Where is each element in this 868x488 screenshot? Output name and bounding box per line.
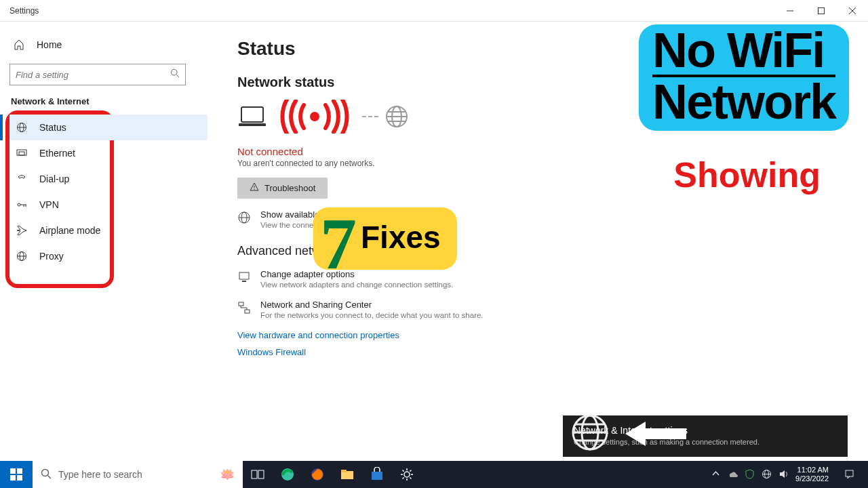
sharing-center-row[interactable]: Network and Sharing Center For the netwo…: [237, 300, 841, 319]
troubleshoot-button[interactable]: Troubleshoot: [237, 178, 328, 199]
svg-line-61: [403, 477, 404, 479]
hardware-link[interactable]: View hardware and connection properties: [237, 330, 841, 340]
svg-rect-31: [239, 272, 249, 279]
troubleshoot-label: Troubleshoot: [264, 183, 315, 193]
tray-network-icon[interactable]: [762, 469, 772, 481]
sidebar-home-label: Home: [37, 39, 62, 50]
svg-point-54: [404, 472, 410, 477]
task-view-button[interactable]: [243, 461, 273, 488]
airplane-icon: [16, 225, 27, 236]
adapter-icon: [237, 270, 251, 287]
close-button[interactable]: [837, 0, 868, 22]
wifi-signal-icon: [274, 100, 355, 134]
settings-sidebar: Home Network & Internet Status Ethernet …: [0, 22, 217, 461]
window-title: Settings: [9, 6, 39, 16]
sidebar-item-status[interactable]: Status: [9, 115, 208, 140]
svg-line-5: [176, 75, 179, 77]
globe-icon: [237, 211, 251, 227]
svg-point-27: [254, 188, 254, 189]
sidebar-item-ethernet[interactable]: Ethernet: [9, 140, 208, 166]
taskbar-app-firefox[interactable]: [302, 461, 332, 488]
taskbar-app-settings[interactable]: [392, 461, 422, 488]
sidebar-search[interactable]: [9, 64, 186, 85]
vpn-icon: [16, 199, 27, 210]
tray-chevron-icon[interactable]: [711, 469, 721, 481]
sidebar-home[interactable]: Home: [9, 34, 208, 56]
svg-rect-43: [10, 475, 16, 481]
sidebar-item-label: Ethernet: [39, 148, 75, 159]
sidebar-item-label: Dial-up: [39, 174, 69, 184]
sidebar-section-title: Network & Internet: [11, 96, 208, 106]
taskbar-search[interactable]: Type here to search 🪷: [33, 461, 243, 488]
sidebar-item-dialup[interactable]: Dial-up: [9, 166, 208, 192]
adapter-title: Change adapter options: [260, 269, 453, 279]
svg-marker-40: [625, 422, 686, 446]
svg-rect-66: [846, 470, 853, 476]
tray-notifications-icon[interactable]: [835, 469, 863, 481]
maximize-button[interactable]: [806, 0, 837, 22]
sidebar-item-label: VPN: [39, 199, 59, 210]
svg-rect-34: [245, 310, 250, 313]
tray-volume-icon[interactable]: [778, 469, 789, 481]
warning-icon: [250, 182, 259, 194]
svg-rect-32: [242, 281, 246, 282]
flyout-desc: Change settings, such as making a connec…: [574, 438, 837, 446]
taskbar: Type here to search 🪷 11:02 AM 9/23/2022: [0, 461, 868, 488]
tray-date: 9/23/2022: [795, 474, 829, 483]
flyout-title: Network & Internet settings: [574, 425, 837, 436]
svg-point-45: [42, 469, 49, 476]
svg-rect-52: [341, 470, 347, 472]
globe-icon: [385, 105, 408, 128]
svg-rect-44: [17, 475, 22, 481]
svg-line-46: [48, 475, 52, 479]
window-titlebar: Settings: [0, 0, 868, 22]
svg-rect-1: [818, 7, 825, 14]
svg-rect-18: [241, 107, 263, 122]
sidebar-item-proxy[interactable]: Proxy: [9, 243, 208, 269]
sidebar-item-vpn[interactable]: VPN: [9, 192, 208, 218]
svg-line-59: [403, 470, 404, 472]
sidebar-nav: Status Ethernet Dial-up VPN Airplane mod…: [9, 115, 208, 269]
tray-security-icon[interactable]: [745, 469, 755, 481]
sidebar-item-airplane[interactable]: Airplane mode: [9, 218, 208, 243]
overlay-title-badge: No WiFi Network: [639, 24, 849, 131]
sidebar-item-label: Status: [39, 122, 66, 133]
ethernet-icon: [16, 148, 27, 159]
search-icon: [41, 468, 52, 481]
tray-time: 11:02 AM: [795, 466, 829, 474]
tray-clock[interactable]: 11:02 AM 9/23/2022: [795, 466, 829, 483]
taskbar-app-explorer[interactable]: [332, 461, 362, 488]
minimize-button[interactable]: [774, 0, 806, 22]
network-flyout[interactable]: Network & Internet settings Change setti…: [563, 415, 848, 457]
svg-point-11: [18, 203, 20, 206]
start-button[interactable]: [0, 461, 33, 488]
svg-rect-33: [239, 302, 243, 306]
firewall-link[interactable]: Windows Firewall: [237, 347, 841, 357]
svg-rect-9: [17, 150, 26, 155]
sidebar-search-input[interactable]: [16, 70, 170, 80]
svg-rect-47: [252, 470, 257, 479]
laptop-icon: [237, 106, 267, 127]
sharing-desc: For the networks you connect to, decide …: [260, 311, 484, 319]
overlay-line1: No WiFi: [652, 27, 835, 73]
svg-rect-41: [10, 468, 16, 474]
svg-rect-42: [17, 468, 22, 474]
overlay-fixes-badge: 7 Fixes: [313, 207, 457, 270]
overlay-showing: Showing: [673, 155, 821, 195]
search-decoration-icon: 🪷: [220, 467, 235, 482]
taskbar-app-store[interactable]: [362, 461, 392, 488]
tray-onedrive-icon[interactable]: [728, 469, 738, 481]
arrow-left-icon: [625, 420, 686, 447]
svg-rect-53: [372, 472, 382, 480]
taskbar-search-placeholder: Type here to search: [58, 469, 142, 480]
svg-rect-19: [239, 123, 266, 126]
svg-point-4: [171, 69, 177, 75]
proxy-icon: [16, 251, 27, 262]
svg-line-60: [410, 477, 411, 479]
search-icon: [170, 68, 180, 81]
adapter-desc: View network adapters and change connect…: [260, 281, 453, 289]
globe-icon: [571, 413, 609, 451]
sharing-icon: [237, 301, 251, 317]
taskbar-app-edge[interactable]: [273, 461, 302, 488]
sharing-title: Network and Sharing Center: [260, 300, 484, 310]
